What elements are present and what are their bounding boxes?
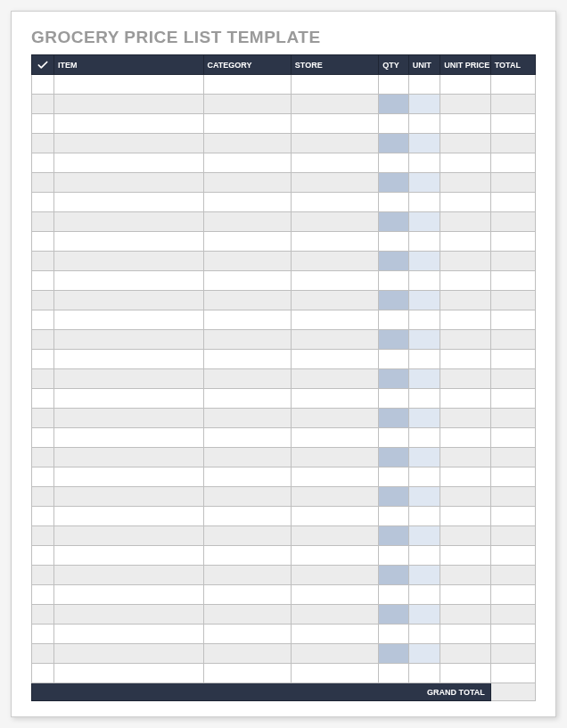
cell-total[interactable] [490, 310, 535, 330]
cell-category[interactable] [203, 605, 291, 625]
cell-category[interactable] [203, 114, 291, 134]
cell-qty[interactable] [379, 664, 408, 683]
cell-unit_price[interactable] [440, 566, 490, 585]
cell-store[interactable] [291, 212, 378, 232]
cell-check[interactable] [32, 350, 54, 369]
cell-unit_price[interactable] [440, 134, 490, 153]
cell-category[interactable] [203, 193, 291, 212]
cell-check[interactable] [32, 95, 54, 114]
cell-category[interactable] [203, 487, 291, 507]
cell-store[interactable] [291, 173, 378, 193]
cell-unit_price[interactable] [440, 389, 490, 409]
cell-check[interactable] [32, 507, 54, 526]
cell-qty[interactable] [379, 350, 408, 369]
cell-qty[interactable] [379, 644, 408, 664]
cell-category[interactable] [203, 153, 291, 173]
cell-store[interactable] [291, 448, 378, 467]
cell-unit_price[interactable] [440, 487, 490, 507]
cell-store[interactable] [291, 389, 378, 409]
cell-check[interactable] [32, 605, 54, 625]
cell-category[interactable] [203, 585, 291, 605]
cell-total[interactable] [490, 585, 535, 605]
cell-unit_price[interactable] [440, 232, 490, 252]
cell-total[interactable] [490, 193, 535, 212]
cell-unit[interactable] [408, 330, 440, 350]
cell-item[interactable] [54, 507, 203, 526]
cell-unit[interactable] [408, 95, 440, 114]
cell-check[interactable] [32, 271, 54, 291]
cell-category[interactable] [203, 212, 291, 232]
cell-check[interactable] [32, 664, 54, 683]
cell-item[interactable] [54, 193, 203, 212]
cell-store[interactable] [291, 271, 378, 291]
cell-total[interactable] [490, 350, 535, 369]
cell-unit_price[interactable] [440, 350, 490, 369]
cell-category[interactable] [203, 664, 291, 683]
cell-category[interactable] [203, 428, 291, 448]
cell-unit_price[interactable] [440, 193, 490, 212]
cell-unit[interactable] [408, 526, 440, 546]
cell-store[interactable] [291, 193, 378, 212]
cell-unit_price[interactable] [440, 664, 490, 683]
cell-category[interactable] [203, 330, 291, 350]
cell-check[interactable] [32, 448, 54, 467]
cell-check[interactable] [32, 310, 54, 330]
cell-check[interactable] [32, 409, 54, 428]
cell-category[interactable] [203, 389, 291, 409]
cell-total[interactable] [490, 212, 535, 232]
cell-category[interactable] [203, 75, 291, 95]
cell-item[interactable] [54, 271, 203, 291]
cell-store[interactable] [291, 644, 378, 664]
cell-total[interactable] [490, 173, 535, 193]
cell-qty[interactable] [379, 310, 408, 330]
cell-unit_price[interactable] [440, 212, 490, 232]
cell-category[interactable] [203, 625, 291, 644]
cell-unit_price[interactable] [440, 448, 490, 467]
cell-unit[interactable] [408, 271, 440, 291]
cell-store[interactable] [291, 153, 378, 173]
cell-item[interactable] [54, 212, 203, 232]
cell-item[interactable] [54, 310, 203, 330]
cell-qty[interactable] [379, 75, 408, 95]
cell-qty[interactable] [379, 369, 408, 389]
cell-qty[interactable] [379, 625, 408, 644]
cell-item[interactable] [54, 566, 203, 585]
cell-check[interactable] [32, 369, 54, 389]
cell-total[interactable] [490, 389, 535, 409]
cell-category[interactable] [203, 369, 291, 389]
cell-unit_price[interactable] [440, 369, 490, 389]
cell-store[interactable] [291, 526, 378, 546]
cell-unit_price[interactable] [440, 252, 490, 271]
cell-unit[interactable] [408, 369, 440, 389]
cell-qty[interactable] [379, 448, 408, 467]
cell-unit[interactable] [408, 193, 440, 212]
cell-total[interactable] [490, 467, 535, 487]
cell-store[interactable] [291, 428, 378, 448]
cell-item[interactable] [54, 487, 203, 507]
cell-qty[interactable] [379, 114, 408, 134]
cell-category[interactable] [203, 448, 291, 467]
cell-total[interactable] [490, 271, 535, 291]
cell-total[interactable] [490, 644, 535, 664]
cell-qty[interactable] [379, 271, 408, 291]
cell-category[interactable] [203, 526, 291, 546]
cell-unit_price[interactable] [440, 605, 490, 625]
cell-qty[interactable] [379, 134, 408, 153]
cell-item[interactable] [54, 526, 203, 546]
cell-check[interactable] [32, 487, 54, 507]
cell-check[interactable] [32, 173, 54, 193]
cell-total[interactable] [490, 566, 535, 585]
cell-unit_price[interactable] [440, 507, 490, 526]
cell-total[interactable] [490, 75, 535, 95]
cell-unit[interactable] [408, 310, 440, 330]
cell-unit_price[interactable] [440, 526, 490, 546]
cell-qty[interactable] [379, 526, 408, 546]
cell-unit[interactable] [408, 625, 440, 644]
cell-qty[interactable] [379, 95, 408, 114]
cell-store[interactable] [291, 409, 378, 428]
cell-item[interactable] [54, 252, 203, 271]
cell-unit[interactable] [408, 134, 440, 153]
cell-total[interactable] [490, 95, 535, 114]
cell-check[interactable] [32, 467, 54, 487]
cell-check[interactable] [32, 232, 54, 252]
